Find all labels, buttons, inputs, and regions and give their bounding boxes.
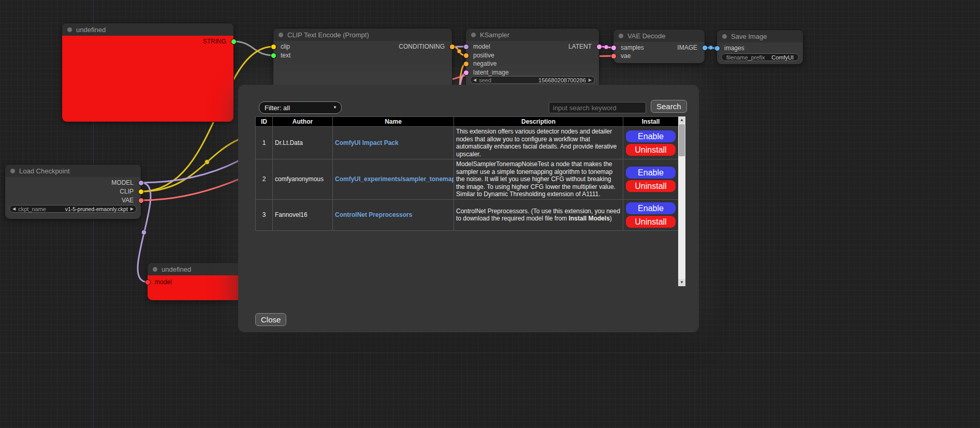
- cell-author: comfyanonymous: [273, 159, 333, 200]
- node-load-checkpoint[interactable]: Load Checkpoint MODEL CLIP VAE ◀ ckpt_na…: [5, 165, 141, 219]
- output-dot-conditioning[interactable]: [450, 45, 455, 49]
- input-dot-model[interactable]: [145, 280, 150, 285]
- table-header-row: ID Author Name Description Install: [256, 117, 679, 127]
- collapse-dot-icon[interactable]: [619, 34, 623, 38]
- header-name: Name: [333, 117, 454, 127]
- ckpt-widget-label: ckpt_name: [18, 206, 46, 212]
- comfyui-canvas[interactable]: undefined STRING CLIP Text Encode (Promp…: [0, 0, 980, 428]
- output-dot-image[interactable]: [703, 46, 707, 50]
- node-title-label: KSampler: [480, 31, 509, 39]
- node-title-label: undefined: [162, 265, 191, 273]
- header-author: Author: [273, 117, 333, 127]
- collapse-dot-icon[interactable]: [471, 33, 476, 37]
- scroll-down-icon[interactable]: ▼: [678, 279, 685, 286]
- scroll-up-icon[interactable]: ▲: [678, 116, 685, 124]
- link-dot-latent: [604, 45, 608, 49]
- cell-description: ControlNet Preprocessors. (To use this e…: [454, 199, 623, 230]
- cell-description: ModelSamplerTonemapNoiseTest a node that…: [454, 159, 623, 200]
- input-dot-images[interactable]: [715, 46, 720, 51]
- input-dot-text[interactable]: [271, 53, 276, 58]
- input-label-negative: negative: [473, 60, 496, 67]
- output-label-model: MODEL: [111, 179, 134, 186]
- output-dot-model[interactable]: [139, 181, 143, 185]
- widget-left-arrow-icon[interactable]: ◀: [471, 77, 479, 83]
- filename-prefix-label: filename_prefix: [726, 54, 765, 61]
- collapse-dot-icon[interactable]: [279, 33, 283, 37]
- table-row: 2 comfyanonymous ComfyUI_experiments/sam…: [256, 159, 679, 200]
- output-dot-vae[interactable]: [139, 198, 143, 203]
- collapse-dot-icon[interactable]: [722, 34, 727, 39]
- collapse-dot-icon[interactable]: [67, 27, 72, 32]
- node-title-label: Save Image: [731, 33, 767, 40]
- scrollbar-thumb[interactable]: [679, 124, 685, 156]
- ckpt-name-widget[interactable]: ◀ ckpt_name v1-5-pruned-emaonly.ckpt ▶: [9, 205, 137, 213]
- input-label-text: text: [281, 52, 290, 59]
- table-row: 3 Fannovel16 ControlNet Preprocessors Co…: [256, 199, 679, 230]
- table-scrollbar[interactable]: ▲ ▼: [678, 116, 685, 286]
- output-label-image: IMAGE: [677, 44, 697, 51]
- enable-button[interactable]: Enable: [626, 202, 676, 214]
- seed-widget-label: seed: [479, 77, 491, 83]
- uninstall-button[interactable]: Uninstall: [626, 144, 676, 156]
- widget-right-arrow-icon[interactable]: ▶: [586, 77, 594, 83]
- input-dot-latent-image[interactable]: [464, 70, 469, 75]
- node-clip-text-encode[interactable]: CLIP Text Encode (Prompt) clip text COND…: [273, 28, 452, 91]
- link-dot-model: [142, 230, 147, 235]
- input-dot-negative[interactable]: [464, 62, 469, 66]
- output-label-vae: VAE: [122, 197, 134, 204]
- link-dot-clip: [205, 160, 210, 165]
- output-dot-string[interactable]: [231, 39, 236, 44]
- cell-id: 2: [256, 159, 273, 200]
- cell-author: Fannovel16: [273, 199, 333, 230]
- close-button[interactable]: Close: [255, 313, 286, 326]
- extension-manager-dialog: Filter: all ▼ Search ID Author Name Desc…: [238, 85, 699, 332]
- node-title-label: undefined: [76, 26, 106, 34]
- output-dot-clip[interactable]: [139, 189, 143, 194]
- node-title-label: Load Checkpoint: [19, 167, 70, 175]
- node-undefined-top[interactable]: undefined STRING: [62, 23, 233, 122]
- cell-id: 1: [256, 127, 273, 159]
- output-label-latent: LATENT: [568, 43, 592, 50]
- input-label-vae: vae: [621, 52, 631, 60]
- input-label-latent-image: latent_image: [473, 69, 509, 76]
- node-save-image[interactable]: Save Image images filename_prefix ComfyU…: [717, 30, 803, 64]
- input-label-model: model: [155, 278, 172, 286]
- search-input[interactable]: [549, 102, 646, 113]
- output-label-clip: CLIP: [120, 188, 134, 195]
- collapse-dot-icon[interactable]: [153, 267, 157, 272]
- seed-widget-value: 156680208700286: [538, 77, 586, 83]
- enable-button[interactable]: Enable: [626, 167, 676, 179]
- enable-button[interactable]: Enable: [626, 130, 676, 142]
- widget-right-arrow-icon[interactable]: ▶: [128, 205, 136, 212]
- uninstall-button[interactable]: Uninstall: [626, 180, 676, 192]
- node-title-label: CLIP Text Encode (Prompt): [287, 31, 369, 39]
- node-ksampler[interactable]: KSampler model positive negative latent_…: [466, 28, 599, 88]
- ckpt-widget-value: v1-5-pruned-emaonly.ckpt: [65, 206, 128, 212]
- input-label-positive: positive: [473, 52, 494, 59]
- extension-link[interactable]: ControlNet Preprocessors: [335, 211, 412, 218]
- output-dot-latent[interactable]: [597, 45, 602, 49]
- header-description: Description: [454, 117, 623, 127]
- node-vae-decode[interactable]: VAE Decode samples vae IMAGE: [613, 29, 705, 63]
- header-install: Install: [623, 117, 679, 127]
- cell-author: Dr.Lt.Data: [273, 127, 333, 159]
- collapse-dot-icon[interactable]: [10, 169, 15, 173]
- extension-link[interactable]: ComfyUI_experiments/sampler_tonemap: [335, 175, 454, 183]
- cell-description: This extension offers various detector n…: [454, 127, 623, 159]
- seed-widget[interactable]: ◀ seed 156680208700286 ▶: [470, 76, 595, 84]
- uninstall-button[interactable]: Uninstall: [626, 216, 676, 228]
- output-label-conditioning: CONDITIONING: [399, 43, 445, 50]
- filename-prefix-widget[interactable]: filename_prefix ComfyUI: [721, 53, 799, 61]
- filename-prefix-value: ComfyUI: [771, 54, 794, 61]
- filter-select[interactable]: Filter: all: [259, 101, 342, 114]
- extension-link[interactable]: ComfyUI Impact Pack: [335, 139, 399, 146]
- table-row: 1 Dr.Lt.Data ComfyUI Impact Pack This ex…: [256, 127, 679, 159]
- error-node-body: STRING: [62, 36, 233, 122]
- search-button[interactable]: Search: [651, 100, 687, 113]
- node-title-label: VAE Decode: [627, 32, 665, 40]
- header-id: ID: [256, 117, 273, 127]
- link-dot-image: [709, 46, 713, 50]
- input-dot-vae[interactable]: [611, 54, 616, 58]
- input-dot-positive[interactable]: [464, 53, 469, 58]
- widget-left-arrow-icon[interactable]: ◀: [10, 205, 18, 212]
